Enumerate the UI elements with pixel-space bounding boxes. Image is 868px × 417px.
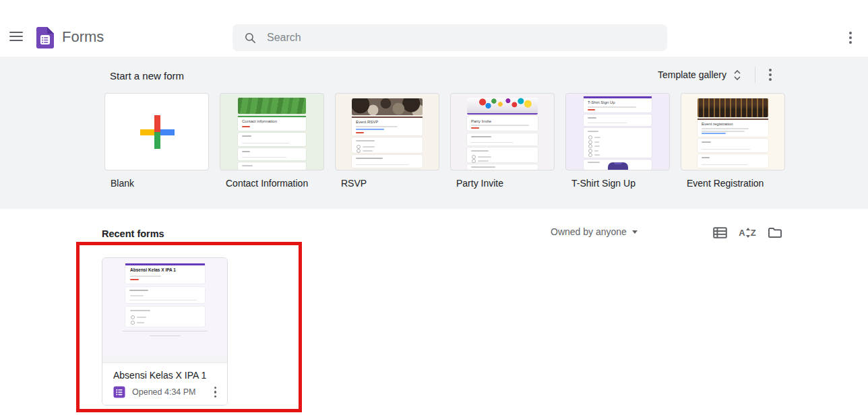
preview-question [125, 307, 205, 327]
preview-shirt-block [584, 160, 652, 170]
more-options-icon[interactable] [849, 32, 852, 44]
template-more-icon[interactable] [769, 69, 772, 81]
label-line [471, 166, 495, 168]
recent-forms-title: Recent forms [102, 228, 164, 239]
search-bar[interactable] [232, 24, 667, 51]
label-line [588, 131, 598, 132]
required-line [588, 109, 595, 110]
label-line [130, 310, 150, 311]
preview-header-image [698, 98, 768, 117]
preview-question [352, 137, 423, 153]
plus-icon-vertical [154, 115, 160, 149]
preview-title: Party Invite [471, 119, 491, 123]
form-preview: Absensi Kelas X IPA 1 [102, 258, 227, 356]
preview-title-block: Absensi Kelas X IPA 1 [125, 263, 205, 284]
sort-letter-a: A [739, 228, 745, 238]
template-tshirt-signup: T-Shirt Sign Up T-Shirt [565, 93, 670, 189]
preview-field [698, 154, 768, 168]
template-rsvp-card[interactable]: Event RSVP [335, 93, 439, 170]
preview-title: Event RSVP [356, 120, 378, 124]
radio-row [356, 149, 410, 153]
radio-row [472, 159, 526, 163]
preview-bottom-strip [102, 356, 227, 362]
preview-field [238, 133, 306, 146]
search-input[interactable] [267, 32, 644, 44]
sort-arrows [746, 228, 750, 238]
template-label: Party Invite [456, 178, 555, 189]
card-more-icon[interactable] [214, 387, 217, 398]
template-blank: Blank [104, 93, 209, 189]
link-line [356, 129, 384, 130]
label-line [471, 150, 489, 152]
template-contact-information: Contact information Contact Information [220, 93, 324, 189]
text-line [471, 125, 529, 126]
template-actions: Template gallery [654, 65, 772, 84]
preview-header-image [352, 98, 423, 115]
google-forms-line [150, 335, 181, 336]
preview-title-block: Event RSVP [352, 117, 423, 135]
radio-row [588, 153, 642, 157]
preview-title: Contact information [242, 119, 277, 123]
preview-title-block: Contact information [238, 116, 306, 131]
sort-letter-z: Z [751, 228, 756, 238]
template-gallery-button[interactable]: Template gallery [654, 67, 745, 84]
template-rsvp: Event RSVP RSVP [335, 93, 439, 189]
folder-icon[interactable] [767, 225, 783, 240]
owner-filter-label: Owned by anyone [551, 226, 627, 237]
preview-title: Event registration [702, 122, 733, 126]
template-tshirt-card[interactable]: T-Shirt Sign Up [565, 93, 670, 170]
preview-title-block: Event registration [698, 119, 768, 137]
template-label: Contact Information [226, 178, 324, 189]
sort-az-icon[interactable]: A Z [739, 225, 755, 240]
forms-file-icon [113, 386, 125, 398]
section-title: Start a new form [110, 70, 184, 82]
preview-header-image [467, 98, 538, 115]
template-label: Blank [111, 178, 209, 189]
preview-field [238, 162, 306, 170]
top-bar: Forms [0, 0, 868, 57]
radio-row [588, 149, 642, 153]
template-event-card[interactable]: Event registration [681, 93, 785, 170]
text-line [356, 126, 398, 127]
preview-field [584, 115, 652, 126]
link-line [702, 133, 726, 134]
preview-header-image [238, 98, 306, 114]
radio-row [131, 315, 185, 319]
template-blank-card[interactable] [104, 93, 209, 170]
required-line [471, 127, 479, 129]
template-event-registration: Event registration Event Registration [681, 93, 785, 189]
app-title: Forms [62, 28, 104, 46]
preview-question [584, 128, 652, 158]
preview-field [467, 164, 538, 170]
preview-question [467, 148, 538, 162]
disclaimer-line [123, 331, 208, 331]
template-contact-card[interactable]: Contact information [220, 93, 324, 170]
preview-title-block: Party Invite [467, 116, 538, 131]
opened-timestamp: Opened 4:34 PM [132, 387, 196, 397]
menu-icon[interactable] [9, 32, 23, 41]
brown-bar [698, 119, 768, 120]
text-line [588, 106, 636, 108]
label-line [588, 162, 600, 163]
preview-field [352, 155, 423, 168]
forms-logo-icon[interactable] [36, 27, 54, 49]
template-label: T-Shirt Sign Up [571, 178, 670, 189]
divider [755, 67, 755, 83]
preview-title-block: T-Shirt Sign Up [584, 96, 652, 113]
form-title: Absensi Kelas X IPA 1 [113, 370, 219, 381]
unfold-more-icon [733, 69, 741, 81]
radio-row [131, 321, 185, 325]
recent-toolbar: A Z [712, 225, 783, 240]
required-line [130, 279, 139, 280]
purple-bar [584, 96, 652, 98]
template-label: RSVP [341, 178, 439, 189]
label-line [242, 165, 253, 166]
answer-line [130, 295, 144, 296]
required-line [242, 126, 250, 127]
list-view-icon[interactable] [712, 225, 728, 240]
purple-bar [125, 263, 205, 265]
search-icon [244, 32, 257, 44]
template-party-card[interactable]: Party Invite [450, 93, 555, 170]
owner-filter-dropdown[interactable]: Owned by anyone [551, 226, 638, 237]
recent-form-card[interactable]: Absensi Kelas X IPA 1 Absensi Kelas X IP… [102, 257, 228, 406]
